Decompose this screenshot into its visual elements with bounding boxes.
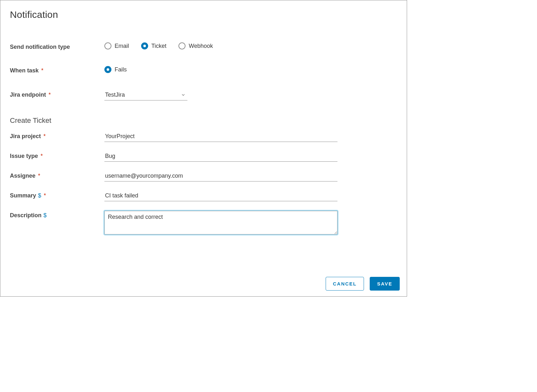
when-task-radio-group: Fails [104, 66, 337, 73]
label-jira-endpoint: Jira endpoint * [10, 90, 104, 98]
section-create-ticket: Create Ticket [10, 116, 397, 125]
radio-ticket[interactable]: Ticket [141, 42, 166, 49]
radio-email[interactable]: Email [104, 42, 129, 49]
dollar-icon: $ [43, 212, 47, 219]
label-description-text: Description [10, 212, 42, 219]
required-marker: * [43, 133, 46, 140]
jira-endpoint-input-col [104, 90, 337, 100]
issue-type-input[interactable] [104, 152, 337, 162]
required-marker: * [49, 92, 51, 98]
dialog-footer: CANCEL SAVE [326, 277, 400, 291]
required-marker: * [44, 192, 46, 199]
label-when-task-text: When task [10, 67, 39, 74]
required-marker: * [41, 67, 43, 74]
row-summary: Summary$ * [10, 191, 397, 208]
label-summary: Summary$ * [10, 191, 104, 199]
radio-fails-label: Fails [115, 66, 127, 73]
description-textarea[interactable] [104, 211, 337, 234]
radio-circle-icon [104, 66, 111, 73]
when-task-input-col: Fails [104, 66, 337, 73]
radio-circle-icon [104, 42, 111, 49]
send-type-input-col: Email Ticket Webhook [104, 42, 337, 49]
summary-input[interactable] [104, 191, 337, 201]
assignee-input[interactable] [104, 171, 337, 181]
row-issue-type: Issue type * [10, 152, 397, 168]
save-button[interactable]: SAVE [370, 277, 400, 291]
label-jira-project: Jira project * [10, 132, 104, 140]
assignee-input-col [104, 171, 337, 181]
radio-circle-icon [178, 42, 185, 49]
label-issue-type-text: Issue type [10, 153, 38, 159]
required-marker: * [38, 173, 40, 179]
radio-webhook[interactable]: Webhook [178, 42, 213, 49]
row-send-type: Send notification type Email Ticket Webh… [10, 42, 397, 62]
label-send-type: Send notification type [10, 42, 104, 50]
label-issue-type: Issue type * [10, 152, 104, 159]
label-summary-text: Summary [10, 192, 36, 199]
row-assignee: Assignee * [10, 171, 397, 188]
radio-ticket-label: Ticket [151, 43, 166, 49]
row-jira-project: Jira project * [10, 132, 397, 148]
label-send-type-text: Send notification type [10, 44, 70, 50]
dialog-title: Notification [10, 9, 397, 20]
row-when-task: When task * Fails [10, 66, 397, 85]
label-description: Description$ [10, 211, 104, 219]
row-description: Description$ [10, 211, 397, 236]
radio-email-label: Email [115, 43, 129, 49]
radio-fails[interactable]: Fails [104, 66, 127, 73]
label-when-task: When task * [10, 66, 104, 74]
dollar-icon: $ [38, 192, 41, 199]
radio-circle-icon [141, 42, 148, 49]
label-assignee-text: Assignee [10, 173, 35, 179]
issue-type-input-col [104, 152, 337, 162]
jira-project-input[interactable] [104, 132, 337, 142]
jira-endpoint-input[interactable] [104, 90, 187, 100]
radio-webhook-label: Webhook [189, 43, 213, 49]
jira-project-input-col [104, 132, 337, 142]
row-jira-endpoint: Jira endpoint * [10, 90, 397, 109]
label-jira-project-text: Jira project [10, 133, 41, 140]
label-jira-endpoint-text: Jira endpoint [10, 92, 46, 98]
notification-form: Send notification type Email Ticket Webh… [10, 42, 397, 237]
required-marker: * [41, 153, 43, 159]
send-type-radio-group: Email Ticket Webhook [104, 42, 337, 49]
summary-input-col [104, 191, 337, 201]
notification-dialog: Notification Send notification type Emai… [0, 0, 407, 297]
jira-endpoint-select[interactable] [104, 90, 187, 100]
label-assignee: Assignee * [10, 171, 104, 179]
cancel-button[interactable]: CANCEL [326, 277, 364, 291]
description-input-col [104, 211, 337, 236]
